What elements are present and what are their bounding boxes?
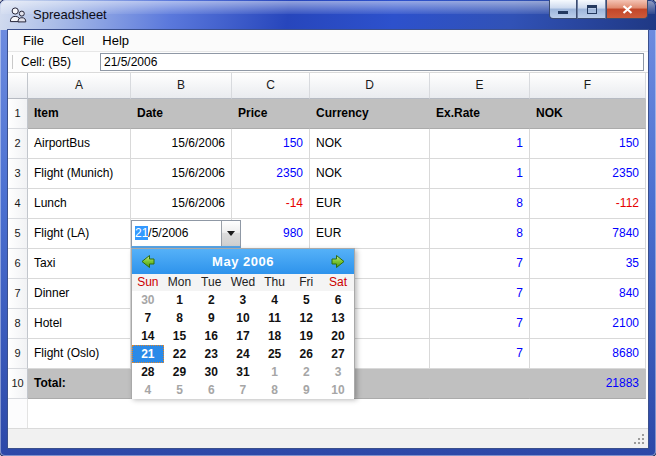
cell-F7[interactable]: 840 [530,279,646,309]
cell-E7[interactable]: 7 [430,279,530,309]
col-header-B[interactable]: B [131,73,232,99]
row-header-6[interactable]: 6 [8,249,28,279]
cell-A9[interactable]: Flight (Oslo) [28,339,131,369]
cell-E6[interactable]: 7 [430,249,530,279]
row-header-4[interactable]: 4 [8,189,28,219]
cell-E4[interactable]: 8 [430,189,530,219]
calendar-day-w6-8[interactable]: 8 [259,381,291,399]
cell-C4[interactable]: -14 [232,189,310,219]
calendar-day-w1-4[interactable]: 4 [259,291,291,309]
row-header-2[interactable]: 2 [8,129,28,159]
cell-A2[interactable]: AirportBus [28,129,131,159]
calendar-day-w2-9[interactable]: 9 [195,309,227,327]
calendar-day-w5-1[interactable]: 1 [259,363,291,381]
cell-B3[interactable]: 15/6/2006 [131,159,232,189]
cell-A7[interactable]: Dinner [28,279,131,309]
cell-E3[interactable]: 1 [430,159,530,189]
row-header-1[interactable]: 1 [8,99,28,129]
calendar-day-w5-29[interactable]: 29 [164,363,196,381]
calendar-day-w3-17[interactable]: 17 [227,327,259,345]
col-header-D[interactable]: D [310,73,430,99]
cell-F8[interactable]: 2100 [530,309,646,339]
calendar-day-w3-19[interactable]: 19 [290,327,322,345]
calendar-day-w5-28[interactable]: 28 [132,363,164,381]
calendar-day-w4-26[interactable]: 26 [290,345,322,363]
calendar-day-w1-2[interactable]: 2 [195,291,227,309]
cell-F3[interactable]: 2350 [530,159,646,189]
cell-A1[interactable]: Item [28,99,131,129]
cell-C2[interactable]: 150 [232,129,310,159]
cell-E5[interactable]: 8 [430,219,530,249]
calendar-day-w4-21[interactable]: 21 [132,345,164,363]
calendar-day-w5-31[interactable]: 31 [227,363,259,381]
cell-D2[interactable]: NOK [310,129,430,159]
calendar-day-w4-27[interactable]: 27 [322,345,354,363]
cell-F10[interactable]: 21883 [530,369,646,399]
calendar-day-w6-6[interactable]: 6 [195,381,227,399]
cell-F2[interactable]: 150 [530,129,646,159]
cell-A3[interactable]: Flight (Munich) [28,159,131,189]
cell-A8[interactable]: Hotel [28,309,131,339]
calendar-day-w4-22[interactable]: 22 [164,345,196,363]
calendar-day-w5-3[interactable]: 3 [322,363,354,381]
cell-F1[interactable]: NOK [530,99,646,129]
calendar-day-w3-18[interactable]: 18 [259,327,291,345]
formula-input[interactable] [100,53,644,71]
cell-B2[interactable]: 15/6/2006 [131,129,232,159]
cell-E1[interactable]: Ex.Rate [430,99,530,129]
cell-E9[interactable]: 7 [430,339,530,369]
date-editor[interactable]: 21/5/2006 [131,220,241,248]
cell-D5[interactable]: EUR [310,219,430,249]
cell-A6[interactable]: Taxi [28,249,131,279]
calendar-day-w5-30[interactable]: 30 [195,363,227,381]
calendar-day-w1-6[interactable]: 6 [322,291,354,309]
row-header-7[interactable]: 7 [8,279,28,309]
cell-E2[interactable]: 1 [430,129,530,159]
date-editor-dropdown-button[interactable] [221,221,240,246]
calendar-day-w2-13[interactable]: 13 [322,309,354,327]
calendar-day-w6-4[interactable]: 4 [132,381,164,399]
calendar-day-w3-16[interactable]: 16 [195,327,227,345]
calendar-day-w6-7[interactable]: 7 [227,381,259,399]
row-header-8[interactable]: 8 [8,309,28,339]
calendar-day-w4-25[interactable]: 25 [259,345,291,363]
cell-B4[interactable]: 15/6/2006 [131,189,232,219]
toolbar-drag-handle-icon[interactable] [12,55,15,69]
cell-B1[interactable]: Date [131,99,232,129]
cell-D4[interactable]: EUR [310,189,430,219]
maximize-button[interactable] [577,0,606,19]
calendar-day-w3-14[interactable]: 14 [132,327,164,345]
col-header-F[interactable]: F [530,73,646,99]
cell-A4[interactable]: Lunch [28,189,131,219]
calendar-day-w4-24[interactable]: 24 [227,345,259,363]
calendar-day-w1-1[interactable]: 1 [164,291,196,309]
cell-C5[interactable]: 980 [232,219,310,249]
cell-C3[interactable]: 2350 [232,159,310,189]
calendar-day-w3-15[interactable]: 15 [164,327,196,345]
menu-help[interactable]: Help [93,30,138,51]
calendar-day-w6-9[interactable]: 9 [290,381,322,399]
menu-file[interactable]: File [14,30,53,51]
calendar-day-w5-2[interactable]: 2 [290,363,322,381]
calendar-day-w2-10[interactable]: 10 [227,309,259,327]
cell-E8[interactable]: 7 [430,309,530,339]
cell-D1[interactable]: Currency [310,99,430,129]
calendar-day-w1-5[interactable]: 5 [290,291,322,309]
cell-C1[interactable]: Price [232,99,310,129]
row-header-5[interactable]: 5 [8,219,28,249]
next-month-button[interactable] [330,253,347,270]
resize-grip-icon[interactable] [642,442,644,444]
calendar-day-w1-3[interactable]: 3 [227,291,259,309]
calendar-day-w2-11[interactable]: 11 [259,309,291,327]
cell-D3[interactable]: NOK [310,159,430,189]
calendar-day-w6-5[interactable]: 5 [164,381,196,399]
calendar-day-w1-30[interactable]: 30 [132,291,164,309]
row-header-10[interactable]: 10 [8,369,28,399]
title-bar[interactable]: Spreadsheet [0,0,656,30]
minimize-button[interactable] [549,0,577,19]
calendar-day-w2-8[interactable]: 8 [164,309,196,327]
col-header-A[interactable]: A [28,73,131,99]
cell-F5[interactable]: 7840 [530,219,646,249]
prev-month-button[interactable] [139,253,156,270]
cell-F4[interactable]: -112 [530,189,646,219]
